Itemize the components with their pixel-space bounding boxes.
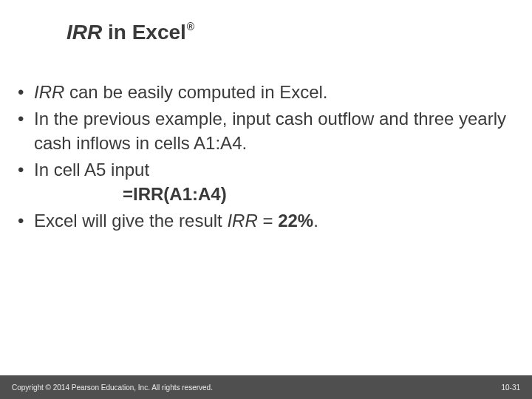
bullet-4: Excel will give the result IRR = 22%. <box>15 208 511 233</box>
formula: =IRR(A1:A4) <box>34 182 511 207</box>
bullet-4-italic: IRR <box>227 211 257 231</box>
bullet-3-text: In cell A5 input <box>34 160 149 180</box>
bullet-2-text: In the previous example, input cash outf… <box>34 109 506 154</box>
title-italic: IRR <box>66 21 102 44</box>
copyright-text: Copyright © 2014 Pearson Education, Inc.… <box>12 383 213 392</box>
footer: Copyright © 2014 Pearson Education, Inc.… <box>0 375 532 399</box>
bullet-list: IRR can be easily computed in Excel. In … <box>15 80 511 235</box>
bullet-1-text: can be easily computed in Excel. <box>64 82 327 102</box>
bullet-4-mid: = <box>258 211 278 231</box>
bullet-3: In cell A5 input =IRR(A1:A4) <box>15 157 511 207</box>
bullet-4-pre: Excel will give the result <box>34 211 227 231</box>
bullet-4-post: . <box>313 211 318 231</box>
bullet-4-bold: 22% <box>278 211 313 231</box>
bullet-1-italic: IRR <box>34 82 64 102</box>
bullet-1: IRR can be easily computed in Excel. <box>15 80 511 105</box>
page-title: IRR in Excel® <box>66 21 194 44</box>
page-number: 10-31 <box>501 383 520 392</box>
title-rest: in Excel <box>102 21 186 44</box>
registered-mark: ® <box>187 21 194 33</box>
bullet-2: In the previous example, input cash outf… <box>15 106 511 156</box>
